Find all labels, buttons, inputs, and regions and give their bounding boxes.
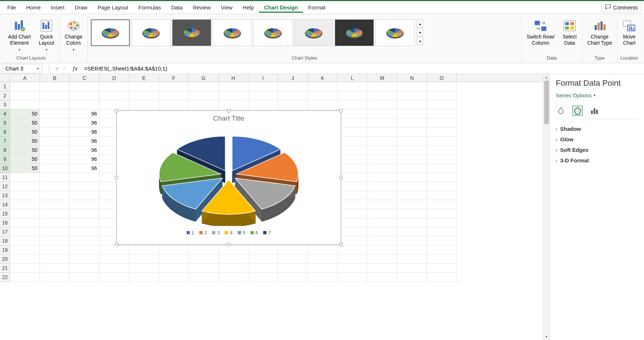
cell-A22[interactable] (10, 273, 40, 282)
cell-M8[interactable] (367, 146, 397, 155)
cell-O15[interactable] (427, 209, 457, 218)
cell-C4[interactable]: 96 (70, 109, 99, 118)
cell-N6[interactable] (397, 128, 427, 137)
cell-O5[interactable] (427, 118, 457, 128)
column-header-A[interactable]: A (10, 74, 40, 82)
cell-L22[interactable] (338, 273, 367, 282)
menu-home[interactable]: Home (21, 2, 46, 13)
row-header-3[interactable]: 3 (0, 100, 10, 109)
cell-H21[interactable] (219, 264, 248, 273)
cell-K2[interactable] (308, 91, 338, 100)
cell-N14[interactable] (397, 200, 427, 209)
cell-O21[interactable] (427, 264, 457, 273)
cell-B14[interactable] (40, 200, 70, 209)
cell-N19[interactable] (397, 246, 427, 255)
cell-E20[interactable] (129, 255, 159, 264)
cell-J21[interactable] (278, 264, 308, 273)
cell-G1[interactable] (189, 82, 219, 91)
cell-B9[interactable] (40, 155, 70, 164)
cell-L10[interactable] (338, 164, 367, 173)
cell-O4[interactable] (427, 109, 457, 118)
cell-M4[interactable] (367, 109, 397, 118)
cell-M15[interactable] (367, 209, 397, 218)
scroll-up-button[interactable]: ▴ (543, 74, 550, 81)
row-header-4[interactable]: 4 (0, 109, 10, 118)
cell-A17[interactable] (10, 227, 40, 236)
row-header-14[interactable]: 14 (0, 200, 10, 209)
cell-I19[interactable] (248, 246, 278, 255)
cell-A10[interactable]: 50 (10, 164, 40, 173)
cell-K19[interactable] (308, 246, 338, 255)
cell-A21[interactable] (10, 264, 40, 273)
cell-C10[interactable]: 96 (70, 164, 99, 173)
cell-B19[interactable] (40, 246, 70, 255)
cell-I3[interactable] (248, 100, 278, 109)
cell-B8[interactable] (40, 146, 70, 155)
cell-E21[interactable] (129, 264, 159, 273)
cell-L13[interactable] (338, 191, 367, 200)
cell-C11[interactable] (70, 173, 99, 182)
resize-handle[interactable] (339, 109, 343, 113)
chart-style-2[interactable] (131, 19, 171, 46)
column-header-B[interactable]: B (40, 74, 70, 82)
cell-C19[interactable] (70, 246, 99, 255)
cell-N2[interactable] (397, 91, 427, 100)
cell-O2[interactable] (427, 91, 457, 100)
cell-L15[interactable] (338, 209, 367, 218)
column-header-J[interactable]: J (278, 74, 308, 82)
cell-L17[interactable] (338, 227, 367, 236)
cell-C2[interactable] (70, 91, 99, 100)
quick-layout-button[interactable]: Quick Layout ▾ (37, 18, 56, 53)
cell-K20[interactable] (308, 255, 338, 264)
cell-F19[interactable] (159, 246, 189, 255)
column-header-G[interactable]: G (189, 74, 219, 82)
row-header-16[interactable]: 16 (0, 218, 10, 227)
cell-C16[interactable] (70, 218, 99, 227)
cell-O16[interactable] (427, 218, 457, 227)
cell-M1[interactable] (367, 82, 397, 91)
cell-A4[interactable]: 50 (10, 109, 40, 118)
cell-M5[interactable] (367, 118, 397, 128)
effects-tab[interactable] (572, 106, 583, 116)
cell-N12[interactable] (397, 182, 427, 191)
fx-icon[interactable]: ƒx (69, 66, 81, 72)
cell-I20[interactable] (248, 255, 278, 264)
cell-M14[interactable] (367, 200, 397, 209)
cell-K22[interactable] (308, 273, 338, 282)
cell-I21[interactable] (248, 264, 278, 273)
cell-L21[interactable] (338, 264, 367, 273)
cell-E22[interactable] (129, 273, 159, 282)
cell-I22[interactable] (248, 273, 278, 282)
formula-menu-icon[interactable]: ⋮ (46, 65, 52, 72)
cell-L9[interactable] (338, 155, 367, 164)
resize-handle[interactable] (339, 243, 343, 246)
cell-A20[interactable] (10, 255, 40, 264)
comments-button[interactable]: Comments (601, 3, 642, 12)
cell-E2[interactable] (129, 91, 159, 100)
cell-C14[interactable] (70, 200, 99, 209)
fill-line-tab[interactable] (556, 106, 566, 116)
cell-L3[interactable] (338, 100, 367, 109)
cell-M9[interactable] (367, 155, 397, 164)
format-section-glow[interactable]: ›Glow (556, 134, 638, 145)
resize-handle[interactable] (227, 243, 231, 246)
resize-handle[interactable] (227, 109, 231, 113)
column-header-L[interactable]: L (338, 74, 367, 82)
sheet-area[interactable]: ABCDEFGHIJKLMNO 123450965509665096750968… (0, 74, 543, 340)
cell-N11[interactable] (397, 173, 427, 182)
menu-formulas[interactable]: Formulas (133, 2, 166, 13)
chart-style-5[interactable] (253, 19, 293, 46)
cell-A15[interactable] (10, 209, 40, 218)
cell-A16[interactable] (10, 218, 40, 227)
cell-N17[interactable] (397, 227, 427, 236)
cell-B7[interactable] (40, 137, 70, 146)
cell-N7[interactable] (397, 137, 427, 146)
cell-N5[interactable] (397, 118, 427, 128)
cell-C13[interactable] (70, 191, 99, 200)
cell-O13[interactable] (427, 191, 457, 200)
menu-insert[interactable]: Insert (46, 2, 70, 13)
cell-D21[interactable] (99, 264, 129, 273)
menu-data[interactable]: Data (166, 2, 188, 13)
cell-F20[interactable] (159, 255, 189, 264)
cell-M16[interactable] (367, 218, 397, 227)
